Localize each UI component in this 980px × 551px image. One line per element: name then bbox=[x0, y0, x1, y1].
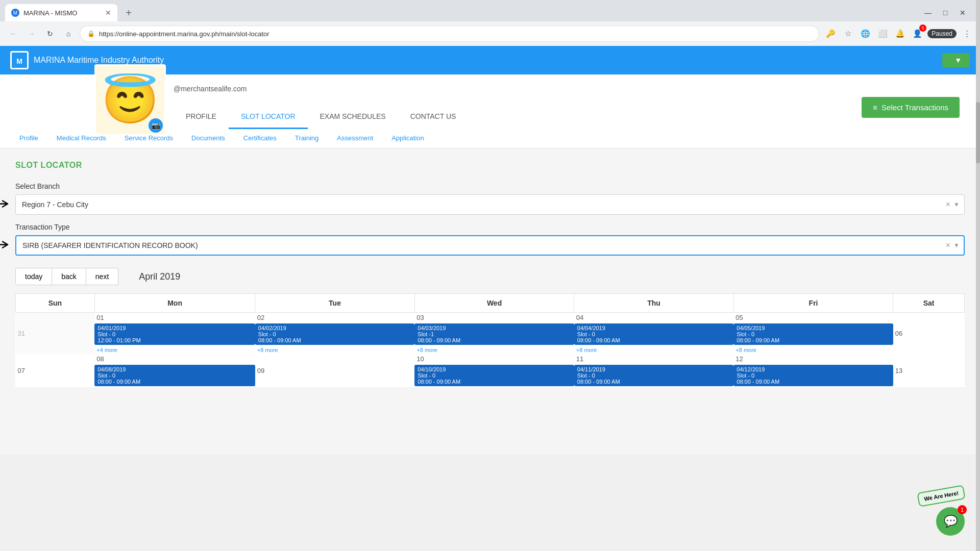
scroll-thumb[interactable] bbox=[976, 102, 980, 163]
transaction-input-container: × ▼ bbox=[15, 235, 965, 256]
nav-dropdown-button[interactable]: ▼ bbox=[942, 53, 970, 67]
cal-header-mon: Mon bbox=[94, 294, 255, 313]
calendar-more-link[interactable]: +8 more bbox=[414, 346, 574, 354]
calendar-more-link[interactable]: +8 more bbox=[255, 346, 415, 354]
sub-tab-training[interactable]: Training bbox=[286, 129, 328, 148]
window-minimize-button[interactable]: — bbox=[921, 6, 935, 20]
transaction-arrow-indicator bbox=[0, 240, 13, 252]
address-bar[interactable]: 🔒 https://online-appointment.marina.gov.… bbox=[80, 26, 819, 42]
avatar-camera-button[interactable]: 📷 bbox=[149, 118, 163, 133]
profile-icon[interactable]: 👤 5 bbox=[910, 27, 924, 41]
calendar-more-link[interactable]: +8 more bbox=[733, 346, 893, 354]
calendar-month-title: April 2019 bbox=[139, 271, 180, 282]
calendar-cell[interactable]: 0204/02/2019Slot - 008:00 - 09:00 AM+8 m… bbox=[255, 313, 415, 355]
home-button[interactable]: ⌂ bbox=[61, 27, 76, 41]
calendar-event[interactable]: 04/03/2019Slot -108:00 - 09:00 AM bbox=[414, 323, 574, 345]
select-transactions-button[interactable]: ≡ Select Transactions bbox=[862, 97, 960, 118]
calendar-cell[interactable]: 0404/04/2019Slot - 008:00 - 09:00 AM+8 m… bbox=[574, 313, 734, 355]
tab-exam-schedules[interactable]: EXAM SCHEDULES bbox=[308, 105, 398, 129]
sub-tab-application[interactable]: Application bbox=[382, 129, 433, 148]
cal-header-fri: Fri bbox=[733, 294, 893, 313]
window-maximize-button[interactable]: □ bbox=[938, 6, 952, 20]
cal-header-wed: Wed bbox=[414, 294, 574, 313]
calendar-cell[interactable]: 0304/03/2019Slot -108:00 - 09:00 AM+8 mo… bbox=[414, 313, 574, 355]
calendar-more-link[interactable]: +4 more bbox=[94, 346, 255, 354]
calendar-event[interactable]: 04/02/2019Slot - 008:00 - 09:00 AM bbox=[255, 323, 415, 345]
browser-menu-button[interactable]: ⋮ bbox=[960, 27, 974, 41]
calendar-more-link[interactable]: +8 more bbox=[574, 346, 734, 354]
window-close-button[interactable]: ✕ bbox=[955, 6, 970, 20]
branch-select-input[interactable] bbox=[15, 194, 965, 215]
calendar-cell[interactable]: 1104/11/2019Slot - 008:00 - 09:00 AM bbox=[574, 354, 734, 387]
transaction-label: Transaction Type bbox=[15, 223, 965, 231]
calendar-cell[interactable]: 07 bbox=[16, 354, 95, 387]
tab-profile[interactable]: PROFILE bbox=[174, 105, 229, 129]
marina-logo-icon: M bbox=[10, 51, 29, 69]
branch-dropdown-arrow-icon: ▼ bbox=[953, 201, 960, 208]
browser-icon2[interactable]: 🔔 bbox=[893, 27, 907, 41]
select-transactions-label: Select Transactions bbox=[881, 103, 948, 112]
transaction-section: Transaction Type × ▼ bbox=[15, 223, 965, 256]
calendar-cell[interactable]: 0504/05/2019Slot - 008:00 - 09:00 AM+8 m… bbox=[733, 313, 893, 355]
sub-tab-certificates[interactable]: Certificates bbox=[234, 129, 286, 148]
back-button[interactable]: ← bbox=[6, 27, 20, 41]
forward-button[interactable]: → bbox=[24, 27, 39, 41]
calendar-event[interactable]: 04/10/2019Slot - 008:00 - 09:00 AM bbox=[414, 365, 574, 386]
tab-slot-locator[interactable]: SLOT LOCATOR bbox=[229, 105, 308, 129]
cal-header-sat: Sat bbox=[893, 294, 965, 313]
browser-titlebar: M MARINA - MISMO ✕ + — □ ✕ bbox=[0, 0, 980, 21]
cal-header-thu: Thu bbox=[574, 294, 734, 313]
calendar-back-button[interactable]: back bbox=[52, 268, 86, 285]
calendar-cell[interactable]: 0804/08/2019Slot - 008:00 - 09:00 AM bbox=[94, 354, 255, 387]
calendar-event[interactable]: 04/01/2019Slot - 012:00 - 01:00 PM bbox=[94, 323, 255, 345]
calendar-event[interactable]: 04/08/2019Slot - 008:00 - 09:00 AM bbox=[94, 365, 255, 386]
calendar-event[interactable]: 04/12/2019Slot - 008:00 - 09:00 AM bbox=[733, 365, 893, 386]
branch-arrow-indicator bbox=[0, 199, 13, 211]
browser-toolbar: ← → ↻ ⌂ 🔒 https://online-appointment.mar… bbox=[0, 21, 980, 46]
tab-contact-us[interactable]: CONTACT US bbox=[398, 105, 469, 129]
chat-open-button[interactable]: 💬 1 bbox=[936, 507, 965, 536]
reload-button[interactable]: ↻ bbox=[43, 27, 57, 41]
ssl-lock-icon: 🔒 bbox=[87, 30, 95, 37]
nav-dropdown-arrow-icon: ▼ bbox=[954, 56, 962, 64]
sub-tab-assessment[interactable]: Assessment bbox=[328, 129, 382, 148]
cal-header-tue: Tue bbox=[255, 294, 415, 313]
cal-header-sun: Sun bbox=[16, 294, 95, 313]
bookmark-button[interactable]: ☆ bbox=[841, 27, 855, 41]
transaction-select-input[interactable] bbox=[15, 235, 965, 256]
branch-clear-icon[interactable]: × bbox=[946, 200, 950, 209]
calendar-event[interactable]: 04/05/2019Slot - 008:00 - 09:00 AM bbox=[733, 323, 893, 345]
calendar-cell[interactable]: 1004/10/2019Slot - 008:00 - 09:00 AM bbox=[414, 354, 574, 387]
calendar-table: Sun Mon Tue Wed Thu Fri Sat 310104/01/20… bbox=[15, 293, 965, 387]
sub-tab-documents[interactable]: Documents bbox=[182, 129, 234, 148]
calendar-cell[interactable]: 06 bbox=[893, 313, 965, 355]
marina-title: MARINA Maritime Industry Authority bbox=[34, 56, 164, 65]
url-text: https://online-appointment.marina.gov.ph… bbox=[99, 30, 270, 38]
browser-actions: 🔑 ☆ 🌐 ⬜ 🔔 👤 5 Paused ⋮ bbox=[823, 27, 974, 41]
tab-close-button[interactable]: ✕ bbox=[105, 9, 111, 17]
browser-icon1[interactable]: ⬜ bbox=[875, 27, 890, 41]
transaction-clear-icon[interactable]: × bbox=[946, 241, 950, 250]
browser-chrome: M MARINA - MISMO ✕ + — □ ✕ ← → ↻ ⌂ 🔒 htt… bbox=[0, 0, 980, 46]
calendar-event[interactable]: 04/04/2019Slot - 008:00 - 09:00 AM bbox=[574, 323, 734, 345]
main-tabs-container: PROFILE SLOT LOCATOR EXAM SCHEDULES CONT… bbox=[174, 105, 468, 129]
browser-tab[interactable]: M MARINA - MISMO ✕ bbox=[5, 4, 117, 21]
calendar-event[interactable]: 04/11/2019Slot - 008:00 - 09:00 AM bbox=[574, 365, 734, 386]
calendar-next-button[interactable]: next bbox=[86, 268, 118, 285]
avatar-emoji: 😇 bbox=[102, 73, 159, 127]
new-tab-button[interactable]: + bbox=[121, 6, 136, 20]
sub-tab-profile[interactable]: Profile bbox=[10, 129, 47, 148]
translate-button[interactable]: 🌐 bbox=[858, 27, 872, 41]
calendar-cell[interactable]: 13 bbox=[893, 354, 965, 387]
scroll-indicator[interactable] bbox=[976, 0, 980, 551]
calendar-cell[interactable]: 09 bbox=[255, 354, 415, 387]
main-content: SLOT LOCATOR Select Branch × ▼ Transacti… bbox=[0, 148, 980, 455]
slot-locator-title: SLOT LOCATOR bbox=[15, 161, 965, 170]
calendar-today-button[interactable]: today bbox=[15, 268, 52, 285]
extensions-button[interactable]: 🔑 bbox=[823, 27, 838, 41]
calendar-cell[interactable]: 31 bbox=[16, 313, 95, 355]
calendar-cell[interactable]: 0104/01/2019Slot - 012:00 - 01:00 PM+4 m… bbox=[94, 313, 255, 355]
calendar-cell[interactable]: 1204/12/2019Slot - 008:00 - 09:00 AM bbox=[733, 354, 893, 387]
transaction-select-wrapper: × ▼ bbox=[15, 235, 965, 256]
branch-input-container: × ▼ bbox=[15, 194, 965, 215]
